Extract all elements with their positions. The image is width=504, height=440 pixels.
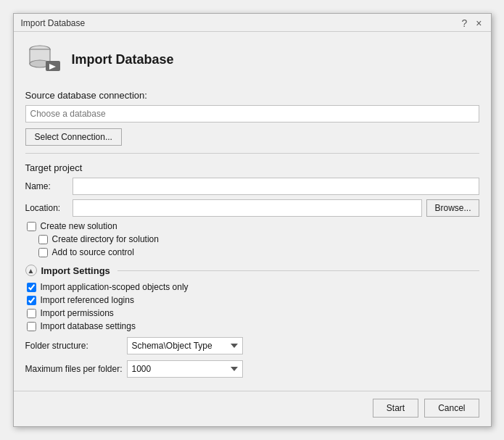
- source-section: Source database connection: Select Conne…: [25, 90, 479, 146]
- name-label: Name:: [25, 181, 73, 191]
- ref-logins-checkbox[interactable]: [27, 296, 36, 305]
- import-settings-section: ▲ Import Settings Import application-sco…: [25, 265, 479, 378]
- opt-ref-logins: Import referenced logins: [27, 295, 479, 305]
- cancel-button[interactable]: Cancel: [424, 399, 479, 418]
- max-files-row: Maximum files per folder: 1000 500 250 1…: [25, 360, 479, 378]
- start-button[interactable]: Start: [373, 399, 418, 418]
- create-solution-checkbox[interactable]: [27, 222, 36, 231]
- create-directory-checkbox[interactable]: [38, 235, 48, 244]
- create-directory-label[interactable]: Create directory for solution: [52, 234, 159, 244]
- app-scoped-label[interactable]: Import application-scoped objects only: [41, 282, 189, 292]
- max-files-label: Maximum files per folder:: [25, 364, 127, 374]
- target-section: Target project Name: Location: Browse...…: [25, 162, 479, 257]
- header-section: Import Database: [25, 41, 479, 78]
- db-settings-label[interactable]: Import database settings: [41, 321, 136, 331]
- create-solution-row: Create new solution: [27, 221, 479, 231]
- location-input[interactable]: [73, 199, 423, 217]
- title-bar-controls: ? ×: [459, 18, 485, 28]
- create-directory-row: Create directory for solution: [38, 234, 479, 244]
- create-solution-label[interactable]: Create new solution: [41, 221, 117, 231]
- title-bar: Import Database ? ×: [14, 14, 491, 32]
- add-source-control-label[interactable]: Add to source control: [52, 247, 134, 257]
- import-options: Import application-scoped objects only I…: [25, 282, 479, 331]
- opt-app-scoped: Import application-scoped objects only: [27, 282, 479, 292]
- help-button[interactable]: ?: [459, 18, 471, 28]
- import-settings-title: Import Settings: [41, 265, 110, 276]
- header-title: Import Database: [72, 52, 174, 67]
- location-label: Location:: [25, 203, 73, 213]
- max-files-dropdown[interactable]: 1000 500 250 100: [127, 360, 243, 378]
- select-connection-button[interactable]: Select Connection...: [25, 128, 122, 146]
- browse-button[interactable]: Browse...: [426, 199, 479, 217]
- folder-structure-label: Folder structure:: [25, 341, 127, 351]
- dialog-footer: Start Cancel: [14, 391, 491, 426]
- dialog-title: Import Database: [21, 18, 86, 28]
- db-settings-checkbox[interactable]: [27, 322, 36, 331]
- location-row: Location: Browse...: [25, 199, 479, 217]
- add-source-control-checkbox[interactable]: [38, 248, 48, 257]
- target-label: Target project: [25, 162, 479, 173]
- settings-line: [117, 270, 479, 271]
- source-divider: [25, 153, 479, 154]
- import-settings-header: ▲ Import Settings: [25, 265, 479, 276]
- source-label: Source database connection:: [25, 90, 479, 101]
- import-database-dialog: Import Database ? × Import Database Sour…: [13, 13, 492, 427]
- add-source-control-row: Add to source control: [38, 247, 479, 257]
- name-input[interactable]: [73, 178, 479, 195]
- permissions-checkbox[interactable]: [27, 309, 36, 318]
- database-icon: [25, 41, 63, 78]
- app-scoped-checkbox[interactable]: [27, 283, 36, 292]
- name-row: Name:: [25, 178, 479, 195]
- dialog-body: Import Database Source database connecti…: [14, 32, 491, 391]
- opt-permissions: Import permissions: [27, 308, 479, 318]
- ref-logins-label[interactable]: Import referenced logins: [41, 295, 134, 305]
- opt-db-settings: Import database settings: [27, 321, 479, 331]
- folder-structure-row: Folder structure: Schema\Object Type Obj…: [25, 337, 479, 354]
- permissions-label[interactable]: Import permissions: [41, 308, 114, 318]
- collapse-button[interactable]: ▲: [25, 265, 37, 276]
- folder-structure-dropdown[interactable]: Schema\Object Type Object Type Schema: [127, 337, 243, 354]
- close-button[interactable]: ×: [473, 18, 484, 28]
- database-input[interactable]: [25, 105, 479, 123]
